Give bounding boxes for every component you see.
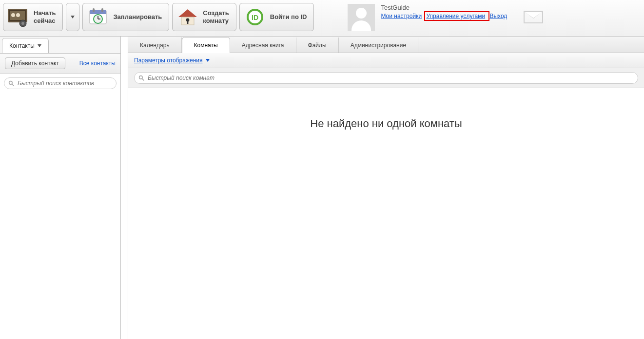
svg-point-2 (11, 13, 15, 17)
tab-files[interactable]: Файлы (296, 38, 339, 53)
svg-rect-8 (93, 8, 95, 12)
filter-bar: Параметры отображения (128, 53, 644, 68)
svg-rect-16 (187, 20, 189, 24)
sidebar-actions: Добавить контакт Все контакты (0, 54, 120, 74)
all-contacts-link[interactable]: Все контакты (79, 60, 116, 67)
start-now-dropdown[interactable] (66, 3, 79, 31)
tab-contacts[interactable]: Контакты (2, 38, 49, 53)
contacts-list (0, 93, 120, 339)
display-params-label: Параметры отображения (134, 57, 203, 64)
sidebar-tabstrip: Контакты (0, 37, 120, 53)
logout-link[interactable]: Выход (489, 13, 507, 19)
search-icon (138, 75, 145, 81)
create-room-label-2: комнату (203, 17, 229, 25)
svg-rect-9 (101, 8, 103, 12)
main: Календарь Комнаты Адресная книга Файлы А… (128, 37, 644, 339)
rooms-search-input[interactable] (148, 75, 634, 81)
rooms-empty-message: Не найдено ни одной комнаты (128, 117, 644, 130)
manage-services-highlight: Управление услугами (424, 11, 489, 21)
start-now-button[interactable]: Начать сейчас (3, 3, 63, 31)
search-icon (8, 80, 15, 87)
toolbar-separator (321, 0, 321, 36)
toolbar: Начать сейчас Запланировать (0, 0, 644, 37)
display-params-link[interactable]: Параметры отображения (134, 57, 203, 64)
rooms-search[interactable] (134, 72, 638, 84)
toolbar-buttons: Начать сейчас Запланировать (0, 0, 317, 36)
svg-point-3 (16, 13, 20, 17)
main-tabstrip: Календарь Комнаты Адресная книга Файлы А… (128, 37, 644, 53)
body: Контакты Добавить контакт Все контакты К… (0, 37, 644, 339)
sidebar-panel: Добавить контакт Все контакты (0, 53, 120, 339)
login-by-id-button[interactable]: ID Войти по ID (239, 3, 314, 31)
start-now-label-1: Начать (34, 9, 56, 17)
start-now-icon (7, 7, 30, 27)
sidebar: Контакты Добавить контакт Все контакты (0, 37, 121, 339)
house-icon (176, 7, 199, 27)
tab-rooms[interactable]: Комнаты (182, 37, 230, 53)
svg-line-20 (12, 84, 14, 86)
tab-calendar[interactable]: Календарь (128, 38, 182, 53)
svg-point-5 (21, 22, 24, 25)
contacts-search[interactable] (4, 77, 117, 89)
svg-text:ID: ID (252, 14, 258, 21)
user-block: TestGuide Мои настройки Управление услуг… (340, 0, 553, 36)
manage-services-link[interactable]: Управление услугами (426, 13, 485, 19)
my-settings-link[interactable]: Мои настройки (381, 13, 422, 19)
chevron-down-icon (206, 59, 210, 62)
login-by-id-label: Войти по ID (270, 13, 307, 21)
user-info: TestGuide Мои настройки Управление услуг… (381, 4, 508, 19)
mail-icon[interactable] (524, 11, 543, 23)
svg-marker-13 (178, 9, 197, 17)
create-room-label-1: Создать (203, 9, 229, 17)
tab-contacts-label: Контакты (9, 42, 35, 49)
avatar (348, 4, 375, 31)
calendar-clock-icon (87, 7, 109, 27)
tab-address-book[interactable]: Адресная книга (230, 38, 296, 53)
user-name: TestGuide (381, 4, 508, 11)
svg-rect-7 (90, 10, 106, 14)
schedule-label: Запланировать (113, 13, 162, 21)
svg-line-22 (142, 78, 144, 80)
svg-point-21 (139, 75, 143, 79)
chevron-down-icon (38, 44, 41, 47)
start-now-label-2: сейчас (34, 17, 56, 25)
rooms-body: Не найдено ни одной комнаты (128, 88, 644, 339)
schedule-button[interactable]: Запланировать (82, 3, 169, 31)
svg-point-19 (9, 81, 13, 84)
id-icon: ID (244, 7, 266, 27)
contacts-search-input[interactable] (18, 80, 112, 87)
create-room-button[interactable]: Создать комнату (172, 3, 236, 31)
chevron-down-icon (71, 16, 75, 19)
tab-admin[interactable]: Администрирование (339, 38, 418, 53)
add-contact-button[interactable]: Добавить контакт (5, 57, 65, 69)
